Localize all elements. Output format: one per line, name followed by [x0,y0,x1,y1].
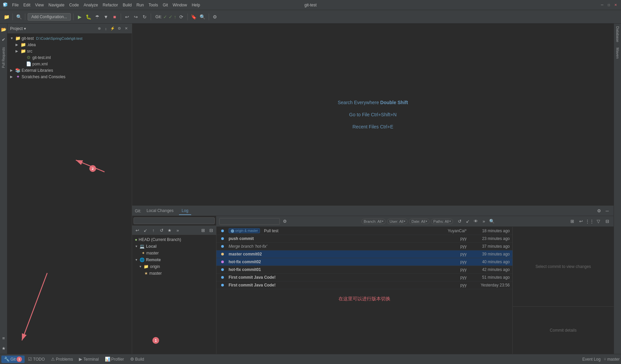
log-refresh-icon[interactable]: ↺ [456,218,463,225]
branch-origin[interactable]: ▼ 📁 origin [132,263,216,270]
commit-row[interactable]: push commit pyy 23 minutes ago [216,235,512,243]
tree-scratches[interactable]: ▶ ✦ Scratches and Consoles [7,73,132,80]
menu-edit[interactable]: Edit [21,2,32,8]
commit-row[interactable]: ⬤ origin & master Pull test YuyanCai* 18… [216,227,512,235]
git-tab-log[interactable]: Log [179,207,191,215]
branch-local-master[interactable]: ✦ master [132,250,216,256]
event-log-button[interactable]: Event Log [580,356,603,363]
tree-src[interactable]: ▶ 📁 src [7,48,132,54]
run-icon[interactable]: ▶ [76,13,83,21]
coverage-icon[interactable]: ☂ [93,13,101,21]
commit-row[interactable]: hot-fix commit01 pyy 42 minutes ago [216,266,512,274]
menu-file[interactable]: File [10,2,21,8]
user-filter[interactable]: User: All ▾ [387,219,408,224]
log-diff-icon[interactable]: ⊞ [568,218,576,225]
menu-refactor[interactable]: Refactor [101,2,120,8]
git-tree-search-input[interactable] [134,217,215,224]
git-more-icon[interactable]: » [174,226,181,234]
tree-idea[interactable]: ▶ 📁 .idea [7,41,132,48]
sidebar-favorites-icon[interactable]: ★ [0,344,8,353]
branch-remote-master[interactable]: ★ master [132,270,216,277]
git-check2-icon[interactable]: ✓ [169,14,173,20]
locate-icon[interactable]: ⊕ [96,26,102,32]
branch-remote-section[interactable]: ▼ 🌐 Remote [132,256,216,263]
log-collapse-icon[interactable]: ↙ [464,218,471,225]
sidebar-project-icon[interactable]: 📂 [0,25,8,34]
sidebar-structure-icon[interactable]: ≡ [0,334,8,342]
branch-filter[interactable]: Branch: All ▾ [361,219,386,224]
commit-row[interactable]: Merge branch 'hot-fix' pyy 37 minutes ag… [216,243,512,250]
tree-ext-libs[interactable]: ▶ 📚 External Libraries [7,67,132,73]
menu-analyze[interactable]: Analyze [82,2,100,8]
collapse-all-icon[interactable]: ↕ [103,26,109,32]
menu-run[interactable]: Run [135,2,146,8]
log-eye-icon[interactable]: 👁 [472,218,479,225]
show-options-icon[interactable]: ⚡ [110,26,116,32]
git-log-search-input[interactable] [219,218,280,225]
log-undo-icon[interactable]: ↩ [577,218,585,225]
bookmarks-icon[interactable]: 🔖 [190,13,198,21]
git-update-icon[interactable]: ↺ [158,226,165,234]
git-push-icon[interactable]: ↑ [150,226,157,234]
menu-window[interactable]: Window [171,2,189,8]
hide-panel-icon[interactable]: ✕ [123,26,129,32]
log-graph-icon[interactable]: ⋮⋮ [586,218,593,225]
git-tab-local-changes[interactable]: Local Changes [144,207,176,215]
commit-row[interactable]: master commit02 pyy 39 minutes ago [216,250,512,258]
commit-row[interactable]: First commit Java Code! pyy Yesterday 23… [216,281,512,289]
git-check-icon[interactable]: ✓ [163,14,167,20]
minimize-button[interactable]: ─ [599,2,605,8]
commit-row[interactable]: First commit Java Code! pyy 51 minutes a… [216,274,512,281]
git-pull-icon[interactable]: ↙ [142,226,149,234]
menu-help[interactable]: Help [190,2,202,8]
redo-icon[interactable]: ↪ [132,13,140,21]
add-configuration-button[interactable]: Add Configuration... [28,13,71,21]
git-expand-icon[interactable]: ⊞ [199,226,207,234]
settings-icon[interactable]: ⚙ [211,13,219,21]
tool-terminal-button[interactable]: ▶ Terminal [76,356,101,363]
menu-view[interactable]: View [33,2,46,8]
tree-iml[interactable]: ▶ ⚙ git-test.iml [7,54,132,61]
menu-git[interactable]: Git [161,2,170,8]
log-group-icon[interactable]: ⊟ [603,218,611,225]
git-collapse-branch-icon[interactable]: ⊟ [207,226,215,234]
git-settings-icon[interactable]: ⚙ [595,207,603,215]
close-button[interactable]: ✕ [613,2,618,8]
paths-filter[interactable]: Paths: All ▾ [431,219,453,224]
tool-git-button[interactable]: 🔧 Git 1 [1,356,25,363]
commit-row[interactable]: hot-fix commit02 pyy 40 minutes ago [216,258,512,266]
git-fetch-icon[interactable]: ↩ [134,226,141,234]
sidebar-commit-icon[interactable]: ✔ [0,35,8,44]
branch-local-section[interactable]: ▼ 💻 Local [132,243,216,250]
search-everywhere-icon[interactable]: 🔍 [15,13,23,21]
log-settings-icon[interactable]: ⚙ [281,218,289,225]
tool-profiler-button[interactable]: 📊 Profiler [102,356,127,363]
git-checkout-icon[interactable]: ★ [166,226,173,234]
refresh-icon[interactable]: ↻ [141,13,148,21]
more-run-icon[interactable]: ▼ [102,13,110,21]
git-history-icon[interactable]: ⟳ [178,13,185,21]
tool-todo-button[interactable]: ☑ TODO [25,356,47,363]
log-more-icon[interactable]: » [480,218,487,225]
project-icon[interactable]: 📁 [3,13,10,21]
log-find-icon[interactable]: 🔍 [488,218,496,225]
menu-code[interactable]: Code [67,2,81,8]
branch-head[interactable]: ● HEAD (Current Branch) [132,236,216,243]
tool-problems-button[interactable]: ⚠ Problems [48,356,76,363]
sidebar-pull-requests[interactable]: Pull Requests [1,45,6,70]
debug-icon[interactable]: 🐛 [85,13,92,21]
undo-icon[interactable]: ↩ [123,13,131,21]
git-collapse-icon[interactable]: ─ [603,207,611,215]
stop-icon[interactable]: ■ [111,13,118,21]
maximize-button[interactable]: □ [606,2,612,8]
menu-navigate[interactable]: Navigate [47,2,66,8]
find-icon[interactable]: 🔍 [199,13,206,21]
log-filter-icon[interactable]: ▽ [595,218,602,225]
branch-status[interactable]: ⑂ master [604,357,620,362]
gear-icon[interactable]: ⚙ [116,26,122,32]
menu-build[interactable]: Build [121,2,134,8]
sidebar-database[interactable]: Database [615,24,621,45]
date-filter[interactable]: Date: All ▾ [409,219,430,224]
tree-root[interactable]: ▼ 📁 git-test D:\Code\SpringCode\git-test [7,35,132,41]
menu-tools[interactable]: Tools [147,2,160,8]
